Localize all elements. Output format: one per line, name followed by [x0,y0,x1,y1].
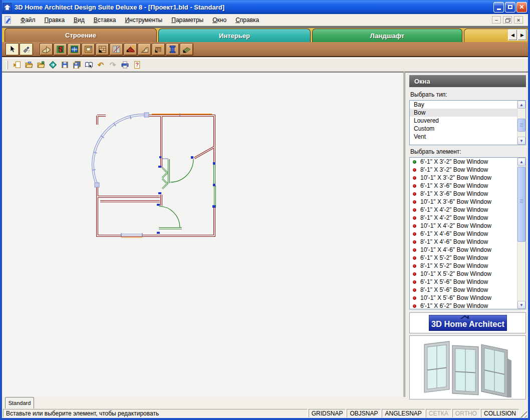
undo-button[interactable]: ↶ [95,60,107,71]
element-list-item[interactable]: 10'-1" X 3'-6" Bow Window [410,198,525,206]
element-list-scrollbar[interactable]: ▲ ▼ [517,158,525,309]
menu-item[interactable]: Вставка [89,15,121,25]
mdi-close-button[interactable]: × [514,16,523,24]
element-list-item[interactable]: 10'-1" X 5'-6" Bow Window [410,294,525,302]
tab-scroll-right-button[interactable]: ▶ [518,30,526,40]
menu-item[interactable]: Окно [208,15,231,25]
type-list-item[interactable]: Louvered [410,117,525,125]
element-list-item[interactable]: 8'-1" X 3'-6" Bow Window [410,190,525,198]
type-list-item[interactable]: Vent [410,133,525,141]
resize-grip[interactable] [520,409,527,417]
scroll-up-icon[interactable]: ▲ [517,158,525,166]
status-toggle[interactable]: ANGLESNAP [382,409,424,417]
roof-tool-button[interactable] [124,43,137,56]
window-tool-button[interactable] [68,43,81,56]
save-all-button[interactable] [71,60,83,71]
element-list-item[interactable]: 6'-1" X 5'-2" Bow Window [410,254,525,262]
element-dot-icon [413,240,416,244]
element-dot-icon [413,272,416,276]
element-dot-icon [413,232,416,236]
printer-icon [121,61,129,69]
drawing-canvas[interactable] [2,72,404,397]
tab-landscape[interactable]: Ландшафт [312,29,462,42]
scroll-down-icon[interactable]: ▼ [517,301,525,309]
scroll-down-icon[interactable]: ▼ [517,137,525,145]
status-toggle[interactable]: COLLISION [481,409,519,417]
floor-tool-button[interactable] [96,43,109,56]
element-list-item[interactable]: 6'-1" X 5'-6" Bow Window [410,278,525,286]
panel-title: Окна [409,75,526,87]
element-list-item[interactable]: 8'-1" X 4'-6" Bow Window [410,238,525,246]
type-list-item[interactable]: Custom [410,125,525,133]
door-tool-button[interactable] [54,43,67,56]
status-toggle[interactable]: GRIDSNAP [309,409,346,417]
help-book-button[interactable] [83,60,95,71]
status-toggle[interactable]: OBJSNAP [347,409,381,417]
element-listbox: 6'-1" X 3'-2" Bow Window 8'-1" X 3'-2" B… [409,157,526,309]
toolbar-grip[interactable] [7,61,8,70]
mdi-minimize-button[interactable]: – [492,16,501,24]
menu-item[interactable]: Справка [231,15,263,25]
element-list-item[interactable]: 6'-1" X 4'-6" Bow Window [410,230,525,238]
opening-tool-button[interactable] [82,43,95,56]
element-list-item[interactable]: 10'-1" X 4'-6" Bow Window [410,246,525,254]
window-title: 3D Home Architect Design Suite Deluxe 8 … [15,4,493,11]
mdi-restore-button[interactable] [503,16,512,24]
scroll-thumb[interactable] [517,167,525,242]
element-list-item[interactable]: 10'-1" X 5'-2" Bow Window [410,270,525,278]
tab-scroll-left-button[interactable]: ◀ [508,30,517,40]
element-list-item[interactable]: 6'-1" X 3'-2" Bow Window [410,158,525,166]
print-button[interactable] [119,60,131,71]
element-list-item[interactable]: 6'-1" X 3'-6" Bow Window [410,182,525,190]
tab-interior[interactable]: Интерьер [158,29,311,42]
menu-item[interactable]: Файл [16,15,40,25]
select-tool-button[interactable] [6,43,19,56]
grid-tool-button[interactable] [110,43,123,56]
element-list-item[interactable]: 8'-1" X 5'-6" Bow Window [410,286,525,294]
tab-building[interactable]: Строение [5,28,157,42]
type-list-item[interactable]: Bay [410,101,525,109]
save-button[interactable] [59,60,71,71]
element-list-item[interactable]: 8'-1" X 3'-2" Bow Window [410,166,525,174]
menu-item[interactable]: Правка [40,15,70,25]
type-list-scrollbar[interactable]: ▲ ▼ [517,101,525,145]
brush-icon [23,45,31,53]
sheet-tab-standard[interactable]: Standard [5,397,34,408]
type-list-item[interactable]: Bow [410,109,525,117]
menu-item[interactable]: Параметры [167,15,208,25]
new-import-button[interactable] [11,60,23,71]
minimize-button[interactable] [493,2,504,13]
status-toggle[interactable]: ORTHO [452,409,480,417]
roof-icon [126,45,135,54]
stairs-tool-button[interactable] [138,43,151,56]
new-import-icon [13,61,21,69]
deck-tool-button[interactable] [180,43,193,56]
help-icon: ? [133,61,141,69]
element-list-item[interactable]: 8'-1" X 5'-2" Bow Window [410,262,525,270]
open-button[interactable] [23,60,35,71]
help-button[interactable]: ? [131,60,143,71]
close-button[interactable]: ✕ [516,2,527,13]
scroll-thumb[interactable] [517,119,525,132]
open-project-button[interactable] [35,60,47,71]
wall-icon [42,45,51,54]
wall-tool-button[interactable] [40,43,53,56]
redo-button[interactable]: ↷ [107,60,119,71]
railing-tool-button[interactable] [152,43,165,56]
redo-icon: ↷ [110,61,116,69]
menu-item[interactable]: Инструменты [120,15,167,25]
column-tool-button[interactable] [166,43,179,56]
materials-tool-button[interactable] [20,43,33,56]
svg-text:3D Home Architect: 3D Home Architect [431,319,504,329]
element-list-item[interactable]: 6'-1" X 4'-2" Bow Window [410,206,525,214]
maximize-button[interactable] [505,2,515,13]
export-button[interactable] [47,60,59,71]
element-list-item[interactable]: 10'-1" X 4'-2" Bow Window [410,222,525,230]
element-list-item[interactable]: 10'-1" X 3'-2" Bow Window [410,174,525,182]
element-list-item[interactable]: 6'-1" X 6'-2" Bow Window [410,302,525,309]
menu-item[interactable]: Вид [69,15,89,25]
scroll-up-icon[interactable]: ▲ [517,101,525,109]
export-icon [49,61,57,69]
status-toggle[interactable]: СЕТКА [426,409,451,417]
element-list-item[interactable]: 8'-1" X 4'-2" Bow Window [410,214,525,222]
